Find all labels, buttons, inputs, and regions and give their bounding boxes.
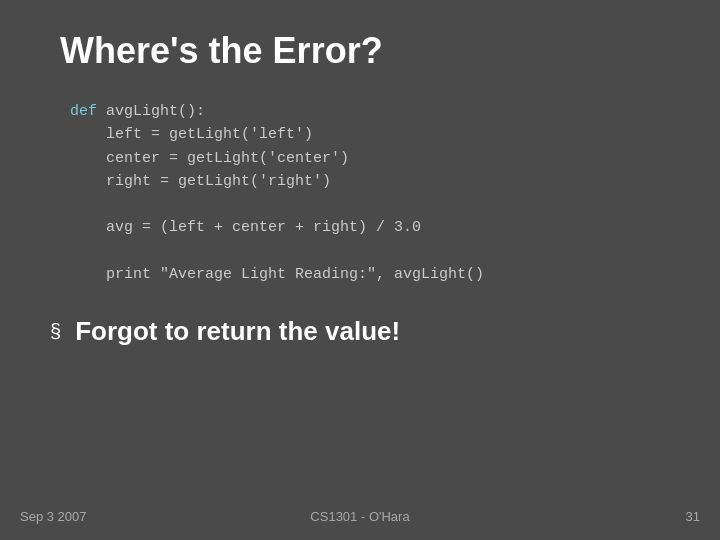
code-line-7 xyxy=(70,240,670,263)
footer-page: 31 xyxy=(600,509,700,524)
code-line-8: print "Average Light Reading:", avgLight… xyxy=(70,263,670,286)
code-line-2: left = getLight('left') xyxy=(70,123,670,146)
code-block: def avgLight(): left = getLight('left') … xyxy=(70,100,670,286)
code-line-1: def avgLight(): xyxy=(70,100,670,123)
bullet-text: Forgot to return the value! xyxy=(75,316,400,347)
code-line-5 xyxy=(70,193,670,216)
code-line-4: right = getLight('right') xyxy=(70,170,670,193)
bullet-section: § Forgot to return the value! xyxy=(50,316,670,347)
footer-date: Sep 3 2007 xyxy=(20,509,120,524)
bullet-icon: § xyxy=(50,320,61,343)
slide: Where's the Error? def avgLight(): left … xyxy=(0,0,720,540)
footer: Sep 3 2007 CS1301 - O'Hara 31 xyxy=(0,509,720,524)
footer-course: CS1301 - O'Hara xyxy=(120,509,600,524)
code-line-6: avg = (left + center + right) / 3.0 xyxy=(70,216,670,239)
slide-title: Where's the Error? xyxy=(60,30,670,72)
code-line-3: center = getLight('center') xyxy=(70,147,670,170)
